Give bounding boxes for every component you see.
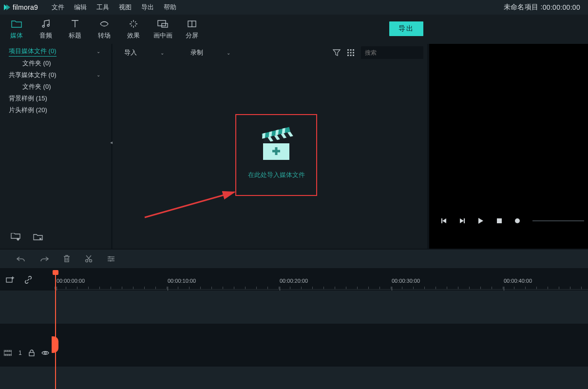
menu-file[interactable]: 文件: [47, 0, 69, 15]
menu-tools[interactable]: 工具: [92, 0, 114, 15]
play-button[interactable]: [478, 217, 484, 224]
zoom-slider-handle[interactable]: [515, 218, 520, 223]
svg-rect-1: [162, 23, 168, 27]
sidebar-bottom: [0, 225, 111, 249]
sidebar-list: 项目媒体文件 (0) ⌄ 文件夹 (0) 共享媒体文件 (0) ⌄ 文件夹 (0…: [0, 44, 111, 225]
ruler-ticks: [55, 284, 588, 289]
sidebar-item-intro-samples[interactable]: 片头样例 (20): [0, 104, 111, 116]
svg-point-34: [44, 352, 46, 354]
media-toolbar: 导入 ⌄ 录制 ⌄: [113, 44, 427, 61]
sidebar-item-label: 文件夹 (0): [22, 59, 51, 68]
zoom-slider-track[interactable]: [532, 220, 584, 221]
logo-icon: [3, 3, 11, 11]
svg-point-26: [86, 260, 88, 262]
tab-label: 转场: [98, 31, 111, 40]
tab-split[interactable]: 分屏: [177, 19, 207, 40]
svg-rect-9: [347, 55, 349, 56]
visibility-icon[interactable]: [41, 350, 49, 356]
add-folder-icon[interactable]: [11, 233, 20, 241]
sparkle-icon: [129, 19, 138, 29]
tab-effect[interactable]: 效果: [119, 19, 148, 40]
tab-title[interactable]: 标题: [60, 19, 90, 40]
menu-edit[interactable]: 编辑: [69, 0, 92, 15]
svg-rect-8: [353, 52, 354, 54]
menu-view[interactable]: 视图: [114, 0, 136, 15]
tab-transition[interactable]: 转场: [90, 19, 119, 40]
sidebar-item-shared-media[interactable]: 共享媒体文件 (0) ⌄: [0, 69, 111, 81]
logo-text: filmora9: [13, 3, 38, 11]
timeline-track-zone[interactable]: [0, 324, 588, 367]
lock-icon[interactable]: [29, 350, 35, 356]
track-number: 1: [19, 350, 22, 356]
tab-label: 分屏: [186, 31, 198, 40]
tab-label: 音频: [39, 31, 52, 40]
next-frame-button[interactable]: [459, 218, 465, 224]
preview-controls: [429, 213, 588, 229]
svg-point-28: [109, 256, 110, 257]
sidebar-item-project-media[interactable]: 项目媒体文件 (0) ⌄: [0, 46, 111, 58]
search-input[interactable]: [365, 49, 438, 56]
tab-audio[interactable]: 音频: [31, 19, 60, 40]
folder-icon: [11, 19, 22, 29]
chevron-down-icon: ⌄: [227, 50, 230, 56]
sidebar-item-label: 项目媒体文件 (0): [9, 47, 57, 57]
record-dropdown[interactable]: 录制 ⌄: [190, 48, 230, 57]
sidebar-item-folder-1[interactable]: 文件夹 (0): [0, 58, 111, 69]
playhead[interactable]: [55, 273, 56, 389]
export-button[interactable]: 导出: [389, 21, 423, 36]
annotation-arrow: [144, 190, 241, 219]
top-toolbar: 媒体 音频 标题 转场 效果 画中画 分屏 导出: [0, 15, 588, 44]
dropdown-label: 录制: [190, 48, 203, 57]
redo-button[interactable]: [40, 255, 49, 262]
menu-help[interactable]: 帮助: [159, 0, 181, 15]
tab-label: 效果: [127, 31, 140, 40]
text-icon: [71, 19, 79, 29]
ruler-mark: 00:00:20:00: [280, 278, 308, 284]
tab-label: 媒体: [10, 31, 23, 40]
edit-toolbar: [0, 250, 588, 268]
svg-rect-3: [347, 49, 349, 51]
svg-rect-6: [347, 52, 349, 54]
dropdown-label: 导入: [124, 48, 137, 57]
sidebar-item-label: 文件夹 (0): [22, 82, 51, 91]
link-button[interactable]: [24, 276, 32, 284]
undo-button[interactable]: [17, 255, 25, 262]
timeline-ruler[interactable]: 00:00:00:00 00:00:10:00 00:00:20:00 00:0…: [55, 273, 588, 290]
middle-row: 项目媒体文件 (0) ⌄ 文件夹 (0) 共享媒体文件 (0) ⌄ 文件夹 (0…: [0, 44, 588, 249]
svg-rect-25: [497, 218, 502, 223]
transition-icon: [99, 19, 109, 29]
delete-button[interactable]: [63, 255, 70, 263]
menu-export[interactable]: 导出: [136, 0, 159, 15]
grid-view-icon[interactable]: [347, 49, 354, 56]
cut-button[interactable]: [85, 255, 93, 263]
sidebar-item-folder-2[interactable]: 文件夹 (0): [0, 81, 111, 93]
menu-bar: filmora9 文件 编辑 工具 视图 导出 帮助 未命名项目 :00:00:…: [0, 0, 588, 15]
tab-label: 画中画: [153, 31, 172, 40]
add-track-button[interactable]: [6, 276, 15, 283]
adjust-button[interactable]: [107, 255, 115, 262]
filter-icon[interactable]: [333, 49, 341, 56]
project-title: 未命名项目 :00:00:00:00: [504, 0, 580, 15]
tab-media[interactable]: 媒体: [2, 19, 31, 40]
pip-icon: [157, 19, 168, 29]
stop-button[interactable]: [496, 218, 502, 224]
sidebar-item-label: 共享媒体文件 (0): [9, 71, 57, 79]
remove-folder-icon[interactable]: [33, 233, 43, 241]
ruler-mark: 00:00:30:00: [392, 278, 420, 284]
svg-rect-5: [353, 49, 354, 51]
import-dropdown[interactable]: 导入 ⌄: [124, 48, 164, 57]
chevron-down-icon[interactable]: ⌄: [96, 49, 100, 54]
tab-pip[interactable]: 画中画: [148, 19, 177, 40]
prev-frame-button[interactable]: [441, 218, 447, 224]
svg-rect-33: [29, 352, 34, 356]
timeline-empty-zone[interactable]: [0, 291, 588, 324]
ruler-mark: 00:00:40:00: [504, 278, 532, 284]
search-input-wrap: [361, 46, 423, 59]
chevron-down-icon[interactable]: ⌄: [96, 72, 100, 78]
timeline-footer: [0, 367, 588, 389]
media-panel: 导入 ⌄ 录制 ⌄: [113, 44, 427, 249]
import-media-dropzone[interactable]: 在此处导入媒体文件: [235, 114, 317, 196]
svg-point-30: [110, 260, 111, 261]
sidebar-item-background-samples[interactable]: 背景样例 (15): [0, 93, 111, 104]
filmstrip-icon: [4, 350, 12, 356]
